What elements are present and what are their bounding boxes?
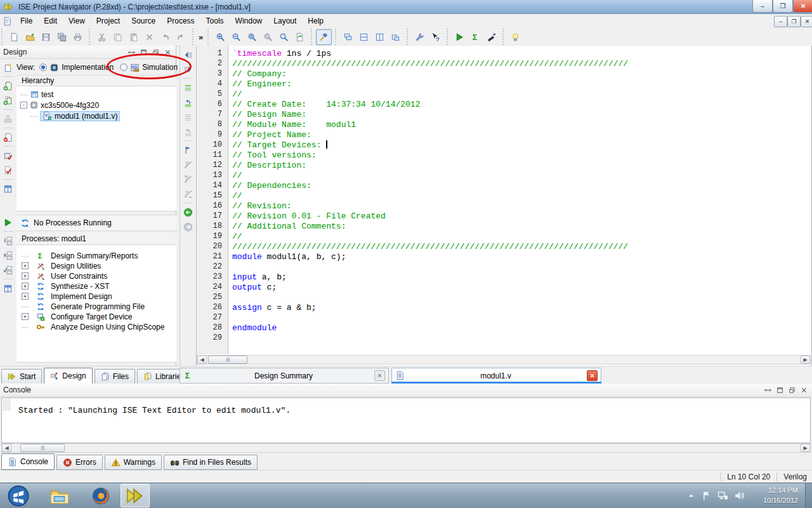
undo-lines-green-button[interactable] <box>181 96 195 109</box>
undo-button[interactable] <box>157 29 173 45</box>
volume-tray-button[interactable] <box>734 490 745 501</box>
expander-plus-icon[interactable]: + <box>22 272 29 279</box>
code-line-20[interactable]: 20//////////////////////////////////////… <box>197 242 811 252</box>
cut-button[interactable] <box>94 29 110 45</box>
menu-window[interactable]: Window <box>230 15 268 27</box>
expander-plus-icon[interactable]: + <box>22 313 29 320</box>
taskbar-ise-button[interactable] <box>121 484 150 507</box>
close-button[interactable]: ✕ <box>793 0 812 13</box>
tab-console[interactable]: Console <box>1 453 55 470</box>
open-project-button[interactable] <box>22 29 38 45</box>
radio-simulation[interactable] <box>120 64 128 71</box>
design-panel-header[interactable]: Design <box>0 46 176 59</box>
taskbar-firefox-button[interactable] <box>86 484 115 507</box>
refresh-view-button[interactable] <box>292 29 308 45</box>
overflow-chevrons-button[interactable]: » <box>197 32 204 42</box>
taskbar-explorer-button[interactable] <box>44 484 74 507</box>
previous-marker-button[interactable] <box>181 48 195 61</box>
expander-minus-icon[interactable]: - <box>20 102 27 109</box>
show-columns-button[interactable] <box>1 182 15 195</box>
code-line-28[interactable]: 28endmodule <box>197 323 811 333</box>
tree-item-xc3s500e-4fg320[interactable]: -xc3s500e-4fg320 <box>20 100 99 110</box>
scroll-right-button[interactable]: ▶ <box>801 356 810 364</box>
editor-horizontal-scrollbar[interactable]: ◀ ▶ <box>197 355 811 364</box>
code-line-21[interactable]: 21module modul1(a, b, c); <box>197 252 811 262</box>
code-line-2[interactable]: 2///////////////////////////////////////… <box>197 59 811 69</box>
menu-project[interactable]: Project <box>91 15 126 27</box>
tab-errors[interactable]: Errors <box>56 455 103 470</box>
code-line-6[interactable]: 6// Create Date: 14:37:34 10/14/2012 <box>197 100 811 110</box>
panel-maximize-button[interactable] <box>775 385 785 394</box>
code-line-29[interactable]: 29 <box>197 333 811 344</box>
tile-horizontal-button[interactable] <box>356 29 372 45</box>
process-item-design-utilities[interactable]: +Design Utilities <box>22 260 101 271</box>
tab-design[interactable]: Design <box>44 368 92 384</box>
code-line-27[interactable]: 27 <box>197 313 811 323</box>
undo-lines-gray-button[interactable] <box>181 125 195 138</box>
paste-button[interactable] <box>126 29 141 45</box>
console-panel-header[interactable]: Console <box>0 384 812 397</box>
copy-button[interactable] <box>110 29 126 45</box>
stop-process-button[interactable] <box>1 249 15 262</box>
show-columns-button[interactable] <box>1 282 15 295</box>
code-line-23[interactable]: 23input a, b; <box>197 272 811 283</box>
minimize-button[interactable]: – <box>752 0 773 13</box>
float-window-button[interactable] <box>388 29 403 45</box>
mdi-close-button[interactable]: ✕ <box>801 16 812 27</box>
zoom-selection-button[interactable] <box>260 29 276 45</box>
redo-button[interactable] <box>173 29 189 45</box>
new-source-button[interactable] <box>1 61 15 74</box>
save-button[interactable] <box>38 29 54 45</box>
new-document-button[interactable] <box>6 29 22 45</box>
scroll-left-button[interactable]: ◀ <box>197 356 207 364</box>
panel-float-button[interactable] <box>151 48 160 57</box>
print-button[interactable] <box>70 29 86 45</box>
menu-layout[interactable]: Layout <box>268 15 302 27</box>
navigate-back-button[interactable] <box>181 206 195 218</box>
check-syntax-button[interactable] <box>1 164 15 177</box>
menu-view[interactable]: View <box>63 15 91 27</box>
code-line-5[interactable]: 5// <box>197 90 811 100</box>
force-rerun-all-button[interactable] <box>1 264 15 276</box>
run-button[interactable] <box>452 29 468 45</box>
show-desktop-button[interactable] <box>805 483 812 508</box>
document-tab-modul1-v[interactable]: modul1.v✕ <box>391 368 601 384</box>
code-line-16[interactable]: 16// Revision: <box>197 201 811 211</box>
document-tab-design-summary[interactable]: ΣDesign Summary✕ <box>180 368 389 384</box>
flag-marker-button[interactable] <box>181 144 195 156</box>
analyze-button[interactable] <box>483 29 499 45</box>
code-line-15[interactable]: 15// <box>197 191 811 201</box>
save-all-button[interactable] <box>54 29 70 45</box>
code-line-10[interactable]: 10// Target Devices: <box>197 140 811 150</box>
process-item-design-summary-reports[interactable]: ΣDesign Summary/Reports <box>22 250 138 261</box>
zoom-in-button[interactable] <box>213 29 228 45</box>
process-item-configure-target-device[interactable]: +Configure Target Device <box>22 311 133 322</box>
mdi-restore-button[interactable]: ❐ <box>787 16 801 27</box>
taskbar-start-button[interactable] <box>4 484 33 507</box>
code-line-8[interactable]: 8// Module Name: modul1 <box>197 120 811 130</box>
close-tab-icon[interactable]: ✕ <box>587 370 598 381</box>
code-line-3[interactable]: 3// Company: <box>197 69 811 79</box>
code-line-26[interactable]: 26assign c = a & b; <box>197 303 811 313</box>
code-line-9[interactable]: 9// Project Name: <box>197 130 811 140</box>
scroll-left-button[interactable]: ◀ <box>2 444 11 452</box>
cascade-windows-button[interactable] <box>340 29 356 45</box>
hierarchy-tree[interactable]: test-xc3s500e-4fg320Vmodul1 (modul1.v) <box>16 86 176 211</box>
expander-plus-icon[interactable]: + <box>22 293 29 300</box>
intelligent-help-button[interactable] <box>508 29 523 45</box>
code-line-17[interactable]: 17// Revision 0.01 - File Created <box>197 211 811 222</box>
scrollbar-thumb[interactable] <box>20 444 65 452</box>
set-as-top-module-button[interactable] <box>1 149 15 162</box>
console-horizontal-scrollbar[interactable]: ◀ ▶ <box>1 443 811 453</box>
mdi-minimize-button[interactable]: – <box>774 16 787 27</box>
code-line-1[interactable]: 1`timescale 1ns / 1ps <box>197 49 811 59</box>
code-line-14[interactable]: 14// Dependencies: <box>197 181 811 191</box>
settings-wrench-button[interactable] <box>412 29 428 45</box>
tray-expand-tray-button[interactable] <box>687 491 695 500</box>
bookmark-disabled-1-button[interactable] <box>181 158 195 171</box>
tab-start[interactable]: Start <box>1 369 42 384</box>
add-source-button[interactable] <box>1 79 15 92</box>
process-item-analyze-design-using-chipscope[interactable]: Analyze Design Using ChipScope <box>22 321 164 332</box>
network-tray-button[interactable] <box>717 490 728 501</box>
lines-green-button[interactable] <box>181 81 195 94</box>
